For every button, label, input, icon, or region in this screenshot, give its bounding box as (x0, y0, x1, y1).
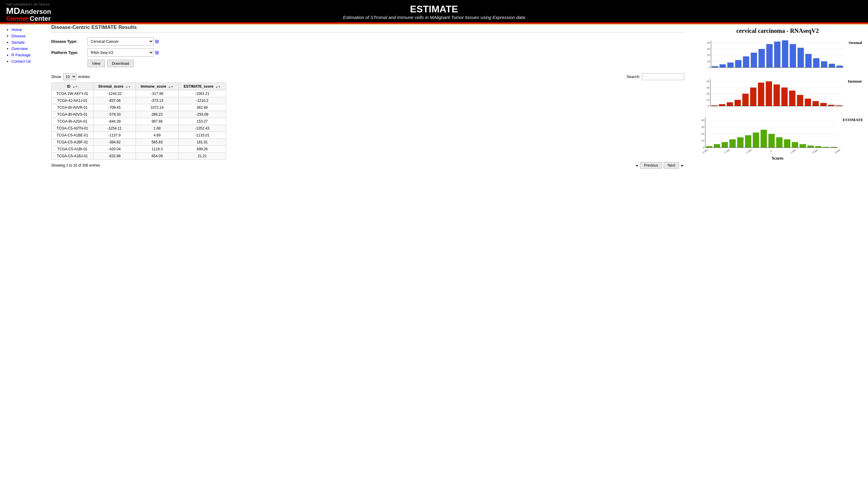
prev-button[interactable]: Previous (640, 162, 662, 169)
data-table: ID ▲▼ Stromal_score ▲▼ Immune_score ▲▼ (51, 83, 226, 160)
pagination: ◄ Previous Next ► (635, 162, 684, 169)
sort-immune-icon: ▲▼ (168, 85, 174, 88)
col-stromal[interactable]: Stromal_score ▲▼ (93, 83, 136, 90)
cell-id: TCGA-C5-A1BI-01 (52, 146, 93, 153)
university-text: THE UNIVERSITY OF TEXAS MD Anderson Canc… (6, 3, 51, 26)
col-estimate[interactable]: ESTIMATE_score ▲▼ (179, 83, 226, 90)
table-row: TCGA-2W-A8YY-01-1244.22-317.99-1562.21 (52, 90, 226, 97)
app-subtitle: Estimation of STromal and Immune cells i… (343, 15, 525, 20)
table-row: TCGA-C5-A1BE-01-1137.94.89-1133.01 (52, 132, 226, 139)
svg-rect-79 (792, 142, 798, 148)
svg-rect-75 (761, 130, 767, 148)
cell-id: TCGA-BI-A20A-01 (52, 118, 93, 125)
svg-rect-40 (719, 104, 725, 106)
svg-text:40: 40 (707, 80, 710, 83)
estimate-label (693, 115, 696, 127)
svg-text:0: 0 (709, 66, 710, 69)
cell-estimate: -1252.43 (179, 125, 226, 132)
search-input[interactable] (642, 73, 684, 80)
table-header-row: ID ▲▼ Stromal_score ▲▼ Immune_score ▲▼ (52, 83, 226, 90)
svg-rect-46 (766, 82, 772, 106)
svg-rect-25 (829, 64, 835, 67)
estimate-svg: 010203040-3,000-2,000-1,00001,0002,0003,… (696, 115, 841, 154)
svg-rect-81 (807, 145, 814, 148)
main-content: Disease-Centric ESTIMATE Results Disease… (48, 24, 687, 169)
svg-rect-14 (743, 56, 749, 67)
svg-rect-47 (774, 84, 780, 106)
cell-id: TCGA-BI-A0VS-01 (52, 111, 93, 118)
disease-select[interactable]: Cervical Cancer (87, 37, 154, 45)
sidebar-item-disease[interactable]: Disease (11, 34, 42, 38)
cell-estimate: -1562.21 (179, 90, 226, 97)
svg-text:3,000: 3,000 (834, 149, 841, 154)
logo-cancer: Cancer (6, 15, 29, 22)
logo-center: Center (30, 15, 51, 22)
svg-rect-51 (805, 98, 811, 106)
cell-id: TCGA-C5-A1BF-01 (52, 139, 93, 146)
svg-rect-77 (776, 137, 783, 148)
disease-select-icon: ⊞ (155, 38, 159, 44)
download-button[interactable]: Download (107, 60, 134, 67)
app-title: ESTIMATE (343, 4, 525, 15)
cell-stromal: -1244.22 (93, 90, 136, 97)
stromal-chart-block: 010203040 Stromal (693, 37, 862, 73)
cell-immune: 1072.14 (135, 104, 179, 111)
cell-id: TCGA-C5-A1BJ-01 (52, 153, 93, 160)
stromal-right-label: Stromal (846, 37, 862, 45)
svg-text:30: 30 (707, 47, 710, 51)
svg-rect-70 (721, 142, 728, 148)
table-footer: Showing 1 to 10 of 306 entries ◄ Previou… (51, 162, 684, 169)
next-button[interactable]: Next (664, 162, 679, 169)
cell-immune: 286.23 (135, 111, 179, 118)
svg-rect-73 (745, 135, 751, 148)
immune-right-label: Immune (846, 76, 862, 84)
cell-id: TCGA-C5-A0TN-01 (52, 125, 93, 132)
sidebar-item-overview[interactable]: Overview (11, 46, 42, 51)
svg-rect-13 (735, 60, 742, 67)
sidebar-item-home[interactable]: Home (11, 27, 42, 32)
cell-stromal: -632.88 (93, 153, 136, 160)
view-button[interactable]: View (87, 60, 105, 67)
table-controls: Show 10 entries Search: (51, 73, 684, 80)
svg-rect-69 (714, 144, 720, 148)
svg-text:20: 20 (707, 54, 710, 57)
stromal-svg: 010203040 (702, 37, 846, 73)
svg-rect-11 (720, 64, 726, 67)
svg-rect-10 (712, 66, 718, 67)
cell-stromal: -837.06 (93, 97, 136, 104)
header-title: ESTIMATE Estimation of STromal and Immun… (343, 4, 525, 20)
platform-select[interactable]: RNA-Seq-V2 (87, 48, 154, 57)
entries-select[interactable]: 10 (63, 73, 76, 80)
estimate-chart: 010203040-3,000-2,000-1,00001,0002,0003,… (696, 115, 841, 154)
header: THE UNIVERSITY OF TEXAS MD Anderson Canc… (0, 0, 868, 22)
svg-rect-45 (758, 83, 764, 106)
sidebar-item-contactus[interactable]: Contact Us (11, 59, 42, 64)
svg-rect-19 (782, 40, 788, 67)
svg-rect-76 (769, 134, 775, 148)
logo-tagline: Making Cancer History® (6, 23, 51, 26)
cell-id: TCGA-2W-A8YY-01 (52, 90, 93, 97)
showing-text: Showing 1 to 10 of 306 entries (51, 163, 100, 167)
sort-id-icon: ▲▼ (72, 85, 78, 88)
col-immune[interactable]: Immune_score ▲▼ (135, 83, 179, 90)
svg-rect-20 (790, 44, 796, 67)
table-row: TCGA-BI-A0VS-01-579.33286.23-293.09 (52, 111, 226, 118)
form-buttons: View Download (87, 60, 684, 67)
cell-stromal: -1137.9 (93, 132, 136, 139)
immune-label (693, 76, 701, 88)
estimate-chart-block: 010203040-3,000-2,000-1,00001,0002,0003,… (693, 115, 862, 154)
logo-anderson: Anderson (20, 8, 51, 15)
col-id[interactable]: ID ▲▼ (52, 83, 93, 90)
sidebar-item-rpackage[interactable]: R Package (11, 53, 42, 57)
svg-text:-3,000: -3,000 (701, 149, 709, 154)
svg-rect-52 (812, 101, 819, 106)
search-label: Search: (627, 74, 640, 79)
sidebar-item-sample[interactable]: Sample (11, 40, 42, 44)
cell-stromal: -384.82 (93, 139, 136, 146)
nav-list: Home Disease Sample Overview R Package C… (6, 27, 42, 64)
table-row: TCGA-C5-A0TN-01-1254.111.68-1252.43 (52, 125, 226, 132)
cell-estimate: 181.01 (179, 139, 226, 146)
svg-rect-74 (753, 133, 759, 148)
svg-text:0: 0 (703, 146, 704, 149)
svg-rect-54 (828, 105, 835, 106)
